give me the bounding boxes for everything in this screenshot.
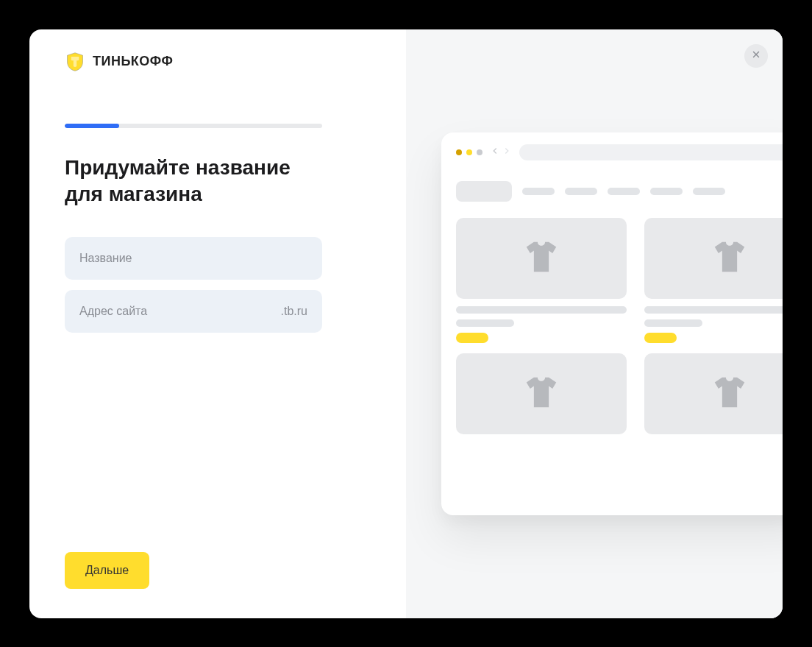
- site-address-field[interactable]: .tb.ru: [65, 290, 322, 333]
- mock-browser-toolbar: [456, 144, 783, 160]
- mock-price-tag: [644, 333, 677, 343]
- next-button[interactable]: Дальше: [65, 552, 149, 589]
- preview-panel: [406, 29, 783, 618]
- mock-product-image: [644, 353, 783, 434]
- mock-nav-item: [522, 188, 555, 195]
- nav-arrows: [490, 146, 512, 159]
- mock-product-image: [644, 218, 783, 299]
- mock-nav-item: [565, 188, 597, 195]
- tinkoff-shield-icon: [65, 52, 85, 72]
- chevron-right-icon: [502, 146, 512, 159]
- mock-product-card: [644, 218, 783, 343]
- close-button[interactable]: [744, 44, 768, 68]
- tshirt-icon: [521, 237, 561, 280]
- mock-url-bar: [519, 144, 783, 160]
- shop-name-input[interactable]: [79, 252, 307, 265]
- mock-nav-item: [456, 181, 512, 202]
- mock-nav-item: [608, 188, 640, 195]
- chevron-left-icon: [490, 146, 500, 159]
- mock-product-row: [456, 353, 783, 434]
- setup-modal: ТИНЬКОФФ Придумайте название для магазин…: [29, 29, 783, 618]
- site-domain-suffix: .tb.ru: [281, 305, 307, 318]
- heading-line-1: Придумайте название: [65, 156, 291, 179]
- mock-nav-item: [693, 188, 725, 195]
- shop-name-field[interactable]: [65, 237, 322, 280]
- mock-nav-item: [650, 188, 683, 195]
- progress-fill: [65, 124, 119, 128]
- window-dot-icon: [456, 149, 462, 155]
- mock-product-card: [644, 353, 783, 434]
- window-dot-icon: [477, 149, 482, 155]
- mock-browser: [441, 132, 783, 515]
- mock-price-tag: [456, 333, 488, 343]
- mock-product-image: [456, 218, 627, 299]
- mock-site-nav: [456, 181, 783, 202]
- page-title: Придумайте название для магазина: [65, 155, 371, 208]
- mock-product-card: [456, 353, 627, 434]
- mock-product-image: [456, 353, 627, 434]
- tshirt-icon: [710, 372, 749, 415]
- tshirt-icon: [710, 237, 749, 280]
- mock-product-row: [456, 218, 783, 343]
- mock-text-line: [456, 319, 514, 327]
- mock-product-card: [456, 218, 627, 343]
- window-dot-icon: [466, 149, 472, 155]
- heading-line-2: для магазина: [65, 183, 202, 205]
- close-icon: [751, 49, 761, 63]
- progress-bar: [65, 124, 322, 128]
- brand-name: ТИНЬКОФФ: [93, 54, 173, 69]
- window-dots: [456, 149, 482, 155]
- mock-text-line: [644, 319, 702, 327]
- mock-text-line: [456, 306, 627, 314]
- form-panel: ТИНЬКОФФ Придумайте название для магазин…: [29, 29, 406, 618]
- tshirt-icon: [521, 372, 561, 415]
- site-address-input[interactable]: [79, 305, 281, 318]
- mock-text-line: [644, 306, 783, 314]
- brand-logo: ТИНЬКОФФ: [65, 52, 371, 72]
